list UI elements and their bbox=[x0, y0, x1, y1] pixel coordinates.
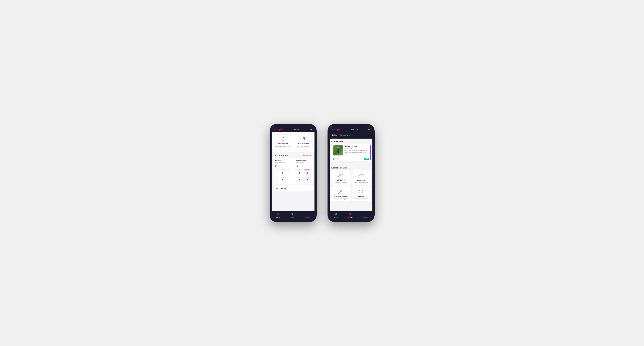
svg-point-26 bbox=[361, 189, 362, 190]
clipboard-icon bbox=[301, 137, 306, 142]
skill-approach[interactable]: Approach Dial-in to hit the green bbox=[352, 170, 370, 185]
activity-header: Last 3 Months View Activity bbox=[272, 152, 314, 158]
practice-capture-nav-label: Capture bbox=[362, 217, 368, 218]
rounds-col: Rounds Rounds Capture 0 Tournament 0 Pra… bbox=[276, 160, 290, 182]
app-label: APP bbox=[306, 170, 308, 172]
most-popular-section: Most Popular bbox=[330, 139, 372, 166]
activity-title: Last 3 Months bbox=[274, 154, 288, 157]
practice-value: 0 bbox=[282, 178, 283, 180]
menu-icon[interactable]: ≡ bbox=[310, 128, 312, 131]
practice-nav-capture[interactable]: Capture bbox=[362, 213, 368, 218]
svg-line-32 bbox=[362, 191, 362, 191]
chevron-right-icon: › bbox=[310, 187, 310, 190]
around-green-desc: Hone your short game bbox=[334, 198, 348, 199]
arg-value: 0 bbox=[299, 178, 300, 180]
svg-point-28 bbox=[362, 192, 362, 193]
practice-title: Practice bbox=[351, 128, 358, 131]
practice-header: clippd Practice ≡ bbox=[330, 126, 372, 132]
practice-bottom-nav: Home Activities Capture bbox=[330, 211, 372, 220]
practice-home-nav-label: Home bbox=[334, 217, 338, 218]
view-activity-link[interactable]: View Activity bbox=[303, 155, 312, 156]
practice-tabs: Drills Favourites bbox=[330, 132, 372, 139]
nav-capture[interactable]: Capture bbox=[304, 213, 310, 218]
putt-label: PUTT bbox=[306, 176, 309, 178]
drill-footer: 9 shots APP bbox=[332, 157, 370, 161]
drills-col: Practice Drills Drills Capture 8 OTT 0 A… bbox=[296, 160, 311, 182]
drill-desc: Play 1 shot at each target yardage. If y… bbox=[344, 150, 369, 155]
practice-activities-nav-label: Activities bbox=[348, 217, 353, 218]
my-bag-title: My Golf Bag bbox=[276, 187, 287, 189]
around-green-icon bbox=[337, 188, 345, 195]
home-nav-icon bbox=[277, 213, 280, 216]
tee-icon bbox=[337, 172, 345, 178]
tab-favourites[interactable]: Favourites bbox=[340, 132, 350, 139]
favourite-star-icon[interactable]: ☆ bbox=[367, 145, 369, 148]
drills-total: 8 bbox=[296, 164, 311, 168]
skill-grid: Off The Tee Power and accuracy bbox=[332, 170, 370, 201]
ott-box: OTT 0 bbox=[296, 170, 303, 175]
putting-name: Putting bbox=[358, 195, 364, 197]
stats-card: Rounds Rounds Capture 0 Tournament 0 Pra… bbox=[274, 158, 313, 184]
shots-dot-icon bbox=[333, 158, 334, 160]
app-badge: APP bbox=[364, 158, 369, 160]
practice-nav-home[interactable]: Home bbox=[334, 213, 338, 218]
home-title: Home bbox=[294, 128, 299, 131]
svg-rect-4 bbox=[303, 137, 304, 138]
practice-activities-nav-icon bbox=[349, 213, 352, 216]
tab-drills[interactable]: Drills bbox=[332, 132, 337, 139]
app-box: APP 4 bbox=[304, 170, 311, 175]
drill-card-content: Wedge Ladder 50–100 yds ☆ Play 1 shot at… bbox=[332, 144, 370, 157]
svg-point-30 bbox=[359, 190, 360, 191]
activities-nav-label: Activities bbox=[290, 217, 295, 218]
flag-icon bbox=[281, 137, 285, 142]
nav-activities[interactable]: Activities bbox=[290, 213, 295, 218]
svg-point-12 bbox=[338, 177, 338, 178]
svg-point-25 bbox=[361, 191, 362, 192]
putting-icon bbox=[357, 188, 365, 195]
explore-label: Explore skill areas bbox=[332, 167, 370, 169]
around-green-name: Around The Green bbox=[334, 195, 348, 197]
skill-around-the-green[interactable]: Around The Green Hone your short game bbox=[332, 186, 350, 201]
rounds-capture-label: Rounds Capture bbox=[276, 162, 290, 164]
dot-2[interactable] bbox=[350, 162, 352, 163]
practice-label: Practice bbox=[281, 176, 285, 178]
my-bag-card[interactable]: My Golf Bag › bbox=[274, 185, 313, 191]
drill-title: Wedge Ladder bbox=[344, 145, 357, 147]
add-round-desc: Record your shots in fast or enhanced mo… bbox=[275, 145, 291, 149]
svg-marker-2 bbox=[283, 137, 284, 139]
home-bottom-nav: Home Activities Capture bbox=[272, 211, 314, 220]
tournament-label: Tournament bbox=[280, 170, 286, 172]
putt-box: PUTT 4 bbox=[304, 176, 311, 181]
drill-subtitle: 50–100 yds bbox=[344, 147, 357, 149]
add-round-card[interactable]: Add Round Record your shots in fast or e… bbox=[274, 135, 292, 151]
drills-row-2: ARG 0 PUTT 4 bbox=[296, 176, 311, 181]
practice-scroll: Most Popular bbox=[330, 139, 372, 211]
drills-row-1: OTT 0 APP 4 bbox=[296, 170, 311, 175]
explore-section: Explore skill areas bbox=[330, 166, 372, 203]
dot-1[interactable] bbox=[349, 162, 350, 163]
home-header: clippd Home ≡ bbox=[272, 126, 314, 132]
dot-3[interactable] bbox=[352, 162, 353, 163]
drills-capture-label: Drills Capture bbox=[296, 162, 311, 164]
skill-putting[interactable]: Putting Make and lag practice bbox=[352, 186, 370, 201]
home-nav-label: Home bbox=[276, 217, 280, 218]
practice-nav-activities[interactable]: Activities bbox=[348, 213, 353, 218]
skill-off-the-tee[interactable]: Off The Tee Power and accuracy bbox=[332, 170, 350, 185]
add-practice-card[interactable]: Add Practice Capture your practice off-t… bbox=[294, 135, 313, 151]
arg-box: ARG 0 bbox=[296, 176, 303, 181]
ott-value: 0 bbox=[299, 172, 300, 174]
off-tee-name: Off The Tee bbox=[336, 179, 346, 181]
phone-practice: clippd Practice ≡ Drills Favourites Most… bbox=[328, 124, 374, 222]
purple-accent bbox=[370, 144, 370, 161]
nav-home[interactable]: Home bbox=[276, 213, 280, 218]
quick-actions: Add Round Record your shots in fast or e… bbox=[272, 132, 314, 152]
practice-menu-icon[interactable]: ≡ bbox=[368, 128, 370, 131]
home-scroll: Add Round Record your shots in fast or e… bbox=[272, 132, 314, 211]
arg-label: ARG bbox=[298, 176, 300, 178]
svg-point-10 bbox=[337, 147, 338, 149]
approach-name: Approach bbox=[357, 179, 365, 181]
phone-home: clippd Home ≡ Add Round Rec bbox=[270, 124, 317, 222]
tournament-value: 0 bbox=[282, 172, 283, 174]
wedge-ladder-card[interactable]: Wedge Ladder 50–100 yds ☆ Play 1 shot at… bbox=[332, 144, 370, 161]
putting-desc: Make and lag practice bbox=[354, 198, 368, 199]
